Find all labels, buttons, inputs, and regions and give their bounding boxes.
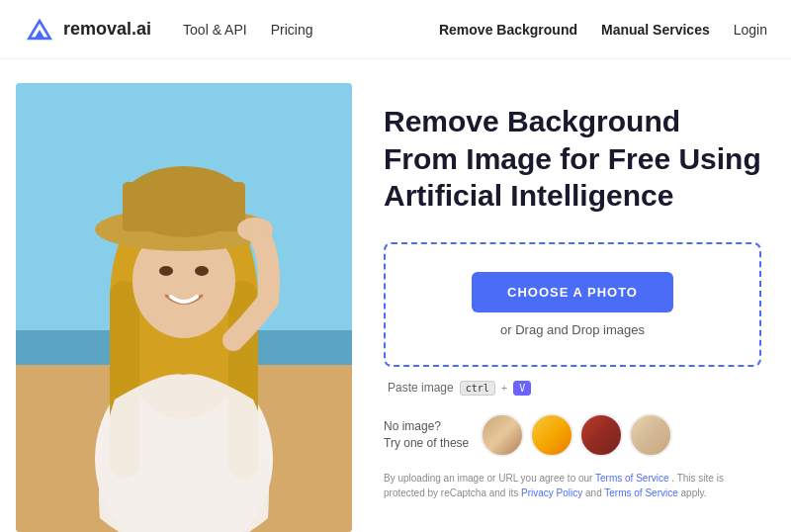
- sample-thumb-2[interactable]: [530, 413, 573, 457]
- privacy-policy-link[interactable]: Privacy Policy: [521, 488, 582, 498]
- sample-section: No image? Try one of these: [384, 413, 761, 457]
- hero-svg: [16, 83, 352, 532]
- terms-link-2[interactable]: Terms of Service: [604, 488, 677, 498]
- disclaimer-text: By uploading an image or URL you agree t…: [384, 471, 761, 500]
- sample-thumb-3[interactable]: [579, 413, 623, 457]
- choose-photo-button[interactable]: CHOOSE A PHOTO: [472, 272, 673, 312]
- plus-sign: +: [501, 382, 507, 394]
- nav-link-manual-services[interactable]: Manual Services: [601, 22, 710, 38]
- nav-link-remove-bg[interactable]: Remove Background: [439, 22, 577, 38]
- nav-left: Tool & API Pricing: [183, 22, 439, 38]
- nav-link-pricing[interactable]: Pricing: [271, 22, 313, 38]
- paste-row: Paste image ctrl + V: [384, 381, 761, 396]
- nav-link-tool-api[interactable]: Tool & API: [183, 22, 247, 38]
- v-kbd: V: [513, 381, 531, 396]
- logo-icon: [24, 14, 55, 45]
- right-content: Remove Background From Image for Free Us…: [384, 83, 761, 532]
- logo[interactable]: removal.ai: [24, 14, 151, 45]
- drag-drop-text: or Drag and Drop images: [500, 322, 645, 337]
- upload-dropzone[interactable]: CHOOSE A PHOTO or Drag and Drop images: [384, 242, 761, 367]
- sample-thumb-4[interactable]: [629, 413, 672, 457]
- svg-rect-16: [273, 182, 352, 532]
- try-one-text: Try one of these: [384, 435, 469, 452]
- sample-thumb-1[interactable]: [481, 413, 524, 457]
- navbar: removal.ai Tool & API Pricing Remove Bac…: [0, 0, 791, 59]
- no-image-text: No image?: [384, 418, 469, 435]
- nav-right: Remove Background Manual Services Login: [439, 22, 767, 38]
- hero-image-container: [16, 83, 352, 532]
- hero-title: Remove Background From Image for Free Us…: [384, 103, 761, 215]
- ctrl-kbd: ctrl: [460, 381, 495, 396]
- nav-link-login[interactable]: Login: [734, 22, 767, 38]
- sample-thumbnails: [481, 413, 672, 457]
- logo-text: removal.ai: [63, 19, 151, 40]
- svg-rect-12: [123, 182, 245, 231]
- terms-link-1[interactable]: Terms of Service: [595, 473, 668, 484]
- main-content: Remove Background From Image for Free Us…: [0, 59, 791, 532]
- sample-label: No image? Try one of these: [384, 418, 469, 452]
- svg-point-13: [159, 266, 173, 276]
- svg-point-14: [195, 266, 209, 276]
- hero-photo: [16, 83, 352, 532]
- paste-label: Paste image: [388, 381, 454, 395]
